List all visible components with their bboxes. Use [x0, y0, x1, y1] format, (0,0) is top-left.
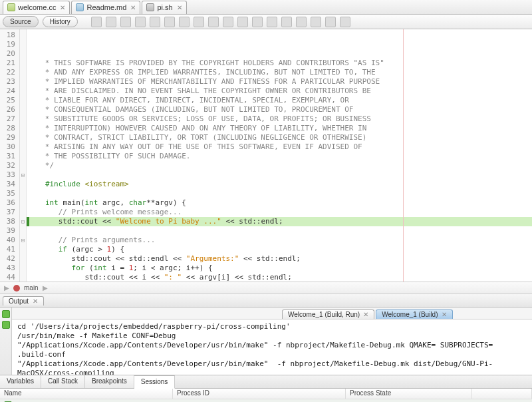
close-icon[interactable]: ✕	[177, 4, 182, 11]
debugger-tabbar: Variables Call Stack Breakpoints Session…	[0, 375, 532, 389]
breadcrumb-bar: ▶ main ▶	[0, 282, 532, 294]
tab-breakpoints[interactable]: Breakpoints	[85, 375, 134, 388]
tab-variables[interactable]: Variables	[0, 375, 41, 388]
toolbar-icon[interactable]	[91, 17, 102, 27]
toolbar-icon[interactable]	[340, 17, 350, 27]
toolbar-icon[interactable]	[208, 17, 219, 27]
toolbar-icon[interactable]	[135, 17, 146, 27]
toolbar-icon[interactable]	[179, 17, 190, 27]
toolbar-icon[interactable]	[237, 17, 248, 27]
file-tab-label: welcome.cc	[18, 3, 56, 11]
toolbar-icon[interactable]	[223, 17, 233, 27]
fold-gutter[interactable]: ⊟⊟⊟	[20, 29, 27, 282]
chevron-right-icon: ▶	[43, 284, 48, 292]
rerun-button[interactable]	[2, 321, 10, 329]
output-side-buttons	[0, 307, 12, 375]
col-header-name[interactable]: Name	[0, 389, 173, 399]
sessions-header-row: Name Process ID Process State	[0, 389, 532, 399]
run-tab-buildrun[interactable]: Welcome_1 (Build, Run) ✕	[282, 309, 374, 319]
toolbar-icon[interactable]	[311, 17, 321, 27]
run-tab-label: Welcome_1 (Build)	[382, 311, 438, 318]
tab-callstack[interactable]: Call Stack	[41, 375, 85, 388]
toolbar-icon[interactable]	[164, 17, 175, 27]
md-file-icon	[76, 3, 84, 11]
output-panel: Welcome_1 (Build, Run) ✕ Welcome_1 (Buil…	[0, 307, 532, 375]
line-number-gutter: 1819202122232425262728293031323334353637…	[0, 29, 20, 282]
toolbar-icon[interactable]	[267, 17, 277, 27]
col-header-pid[interactable]: Process ID	[173, 389, 346, 399]
file-tab-label: pi.sh	[157, 3, 172, 11]
cpp-file-icon	[7, 3, 15, 11]
toolbar-icon[interactable]	[296, 17, 307, 27]
chevron-right-icon: ▶	[4, 284, 9, 292]
session-row[interactable]: cross-compiling 6193 Paused localhost	[0, 399, 532, 402]
right-margin-line	[403, 29, 404, 282]
toolbar-icon[interactable]	[194, 17, 204, 27]
toolbar-icon[interactable]	[325, 17, 336, 27]
history-tab[interactable]: History	[43, 16, 78, 27]
run-tab-row: Welcome_1 (Build, Run) ✕ Welcome_1 (Buil…	[12, 307, 532, 319]
output-tabbar: Output ✕	[0, 294, 532, 307]
run-tab-build[interactable]: Welcome_1 (Build) ✕	[376, 309, 452, 319]
file-tab-pish[interactable]: pi.sh ✕	[142, 1, 186, 14]
file-tab-readme[interactable]: Readme.md ✕	[71, 1, 140, 14]
editor-toolbar	[91, 17, 350, 27]
toolbar-icon[interactable]	[120, 17, 131, 27]
editor-sub-tabbar: Source History	[0, 15, 532, 29]
function-icon	[13, 285, 20, 292]
file-tab-label: Readme.md	[86, 3, 126, 11]
close-icon[interactable]: ✕	[363, 311, 368, 318]
close-icon[interactable]: ✕	[442, 311, 447, 318]
toolbar-icon[interactable]	[106, 17, 116, 27]
sh-file-icon	[146, 3, 154, 11]
toolbar-icon[interactable]	[281, 17, 292, 27]
run-tab-label: Welcome_1 (Build, Run)	[288, 311, 360, 318]
col-header-host[interactable]	[472, 389, 532, 399]
file-tab-bar: welcome.cc ✕ Readme.md ✕ pi.sh ✕	[0, 0, 532, 15]
output-tab-label: Output	[9, 298, 29, 305]
col-header-state[interactable]: Process State	[346, 389, 472, 399]
source-tab[interactable]: Source	[3, 16, 39, 27]
code-editor[interactable]: * THIS SOFTWARE IS PROVIDED BY THE COPYR…	[27, 29, 532, 282]
file-tab-welcome[interactable]: welcome.cc ✕	[3, 1, 70, 14]
close-icon[interactable]: ✕	[130, 4, 136, 11]
toolbar-icon[interactable]	[252, 17, 263, 27]
toolbar-icon[interactable]	[150, 17, 160, 27]
breadcrumb-function[interactable]: main	[24, 284, 39, 292]
console-output[interactable]: cd '/Users/ita/projects/embedded/raspber…	[12, 319, 532, 375]
editor-area[interactable]: 1819202122232425262728293031323334353637…	[0, 29, 532, 282]
close-icon[interactable]: ✕	[60, 4, 65, 11]
close-icon[interactable]: ✕	[33, 298, 38, 305]
tab-sessions[interactable]: Sessions	[134, 375, 176, 389]
rerun-button[interactable]	[2, 310, 10, 318]
output-tab[interactable]: Output ✕	[3, 296, 44, 305]
